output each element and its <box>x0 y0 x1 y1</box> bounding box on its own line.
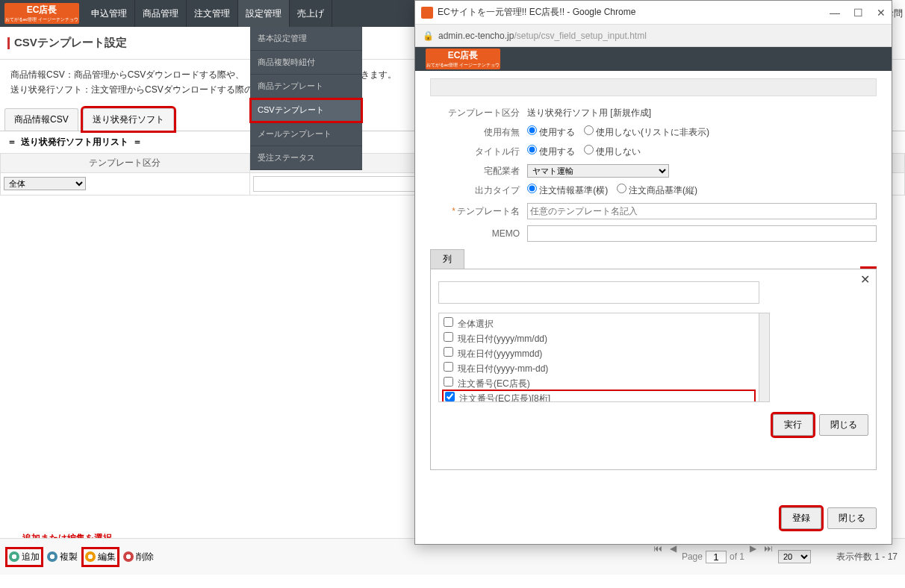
close-button-footer[interactable]: 閉じる <box>827 507 877 529</box>
dropdown-item-5[interactable]: 受注ステータス <box>250 146 362 170</box>
minimize-icon[interactable]: ― <box>830 7 840 19</box>
label-titlerow: タイトル行 <box>430 146 527 158</box>
edit-button[interactable]: 編集 <box>84 549 117 565</box>
check-item-5[interactable]: 注文番号(EC店長)[8桁] <box>444 391 754 402</box>
popup-url-bar: 🔒 admin.ec-tencho.jp/setup/csv_field_set… <box>415 25 892 47</box>
scrollbar[interactable] <box>759 313 770 402</box>
lock-icon: 🔒 <box>423 31 434 41</box>
pager: ⏮ ◀ Page of 1 ▶ ⏭ 20 表示件数 1 - 17 <box>651 543 898 570</box>
radio-use-no[interactable]: 使用しない(リストに非表示) <box>584 127 709 137</box>
delete-icon <box>123 551 134 562</box>
duplicate-icon <box>47 551 57 562</box>
maximize-icon[interactable]: ☐ <box>853 7 863 19</box>
logo: EC店長おてがるec管理 イージーテンチョウ <box>4 3 79 24</box>
edit-icon <box>85 551 96 562</box>
register-button[interactable]: 登録 <box>781 507 821 529</box>
popup-titlebar: ECサイトを一元管理!! EC店長!! - Google Chrome ― ☐ … <box>415 1 892 25</box>
label-memo: MEMO <box>430 228 527 239</box>
favicon-icon <box>421 7 433 19</box>
filter-kubun[interactable]: 全体 <box>4 177 86 190</box>
radio-outtype-h[interactable]: 注文情報基準(横) <box>527 185 608 196</box>
label-kubun: テンプレート区分 <box>430 107 527 119</box>
nav-item-4[interactable]: 売上げ <box>290 0 332 27</box>
value-kubun: 送り状発行ソフト用 [新規作成] <box>527 107 877 119</box>
check-item-2[interactable]: 現在日付(yyyymmdd) <box>444 346 754 361</box>
radio-title-yes[interactable]: 使用する <box>527 146 575 157</box>
tab-product-csv[interactable]: 商品情報CSV <box>4 108 78 131</box>
check-item-1[interactable]: 現在日付(yyyy/mm/dd) <box>444 331 754 346</box>
select-carrier[interactable]: ヤマト運輸 <box>527 164 669 178</box>
dropdown-item-4[interactable]: メールテンプレート <box>250 122 362 146</box>
nav-item-3[interactable]: 設定管理 <box>238 0 290 27</box>
add-icon <box>9 551 19 562</box>
pager-next-icon[interactable]: ▶ <box>747 543 759 570</box>
col-kubun: テンプレート区分 <box>1 153 250 172</box>
nav-item-2[interactable]: 注文管理 <box>187 0 238 27</box>
tab-shipping-soft[interactable]: 送り状発行ソフト <box>83 108 174 131</box>
radio-use-yes[interactable]: 使用する <box>527 127 575 137</box>
input-memo[interactable] <box>527 225 877 242</box>
check-item-0[interactable]: 全体選択 <box>444 316 754 331</box>
delete-button[interactable]: 削除 <box>123 551 154 563</box>
column-checklist: 全体選択現在日付(yyyy/mm/dd)現在日付(yyyymmdd)現在日付(y… <box>438 313 759 402</box>
close-button[interactable]: 閉じる <box>819 414 868 436</box>
column-search-input[interactable] <box>438 281 759 304</box>
execute-button[interactable]: 実行 <box>773 414 813 436</box>
nav-item-1[interactable]: 商品管理 <box>135 0 187 27</box>
dropdown-item-0[interactable]: 基本設定管理 <box>250 27 362 51</box>
dropdown-item-1[interactable]: 商品複製時紐付 <box>250 51 362 75</box>
dropdown-item-2[interactable]: 商品テンプレート <box>250 75 362 98</box>
column-selector-panel: ✕ 全体選択現在日付(yyyy/mm/dd)現在日付(yyyymmdd)現在日付… <box>430 269 877 470</box>
check-item-4[interactable]: 注文番号(EC店長) <box>444 376 754 391</box>
page-title: CSVテンプレート設定 <box>14 36 127 50</box>
pager-last-icon[interactable]: ⏭ <box>762 543 775 570</box>
check-item-3[interactable]: 現在日付(yyyy-mm-dd) <box>444 361 754 376</box>
input-template-name[interactable] <box>527 203 877 219</box>
add-button[interactable]: 追加 <box>7 549 41 565</box>
dropdown-item-3[interactable]: CSVテンプレート <box>250 98 362 122</box>
radio-title-no[interactable]: 使用しない <box>584 146 641 157</box>
close-window-icon[interactable]: ✕ <box>877 7 886 19</box>
label-carrier: 宅配業者 <box>430 165 527 178</box>
pager-count: 表示件数 1 - 17 <box>836 551 898 563</box>
nav-item-0[interactable]: 申込管理 <box>84 0 135 27</box>
duplicate-button[interactable]: 複製 <box>47 551 78 563</box>
logo: EC店長おてがるec管理 イージーテンチョウ <box>426 49 500 69</box>
settings-dropdown: 基本設定管理商品複製時紐付商品テンプレートCSVテンプレートメールテンプレート受… <box>250 27 362 170</box>
radio-outtype-v[interactable]: 注文商品基準(縦) <box>617 185 697 196</box>
pager-prev-icon[interactable]: ◀ <box>668 543 679 570</box>
popup-logo-bar: EC店長おてがるec管理 イージーテンチョウ <box>415 47 892 71</box>
pager-page-input[interactable] <box>706 551 727 563</box>
popup-window: ECサイトを一元管理!! EC店長!! - Google Chrome ― ☐ … <box>414 0 892 545</box>
label-name: *テンプレート名 <box>430 205 527 218</box>
pager-size-select[interactable]: 20 <box>778 550 811 563</box>
label-outtype: 出力タイプ <box>430 184 527 197</box>
notice-box <box>430 78 877 96</box>
popup-title: ECサイトを一元管理!! EC店長!! - Google Chrome <box>438 6 635 19</box>
tab-columns[interactable]: 列 <box>430 249 464 269</box>
close-icon[interactable]: ✕ <box>860 272 870 287</box>
label-use: 使用有無 <box>430 126 527 139</box>
pager-first-icon[interactable]: ⏮ <box>651 543 665 570</box>
